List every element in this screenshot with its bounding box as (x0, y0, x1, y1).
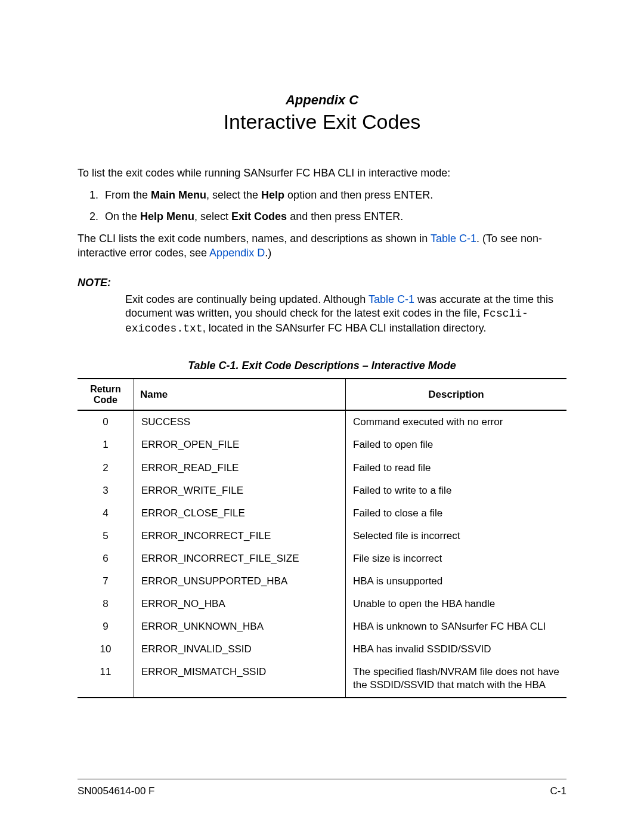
cell-code: 9 (78, 615, 134, 638)
table-row: 2ERROR_READ_FILEFailed to read file (78, 457, 566, 479)
step-2: On the Help Menu, select Exit Codes and … (101, 210, 566, 224)
cell-desc: HBA is unknown to SANsurfer FC HBA CLI (346, 615, 567, 638)
table-row: 9ERROR_UNKNOWN_HBAHBA is unknown to SANs… (78, 615, 566, 638)
footer-docnum: SN0054614-00 F (78, 785, 154, 797)
cell-name: ERROR_INVALID_SSID (134, 638, 346, 661)
cell-code: 1 (78, 433, 134, 456)
table-link[interactable]: Table C-1 (431, 233, 476, 244)
cell-name: ERROR_NO_HBA (134, 593, 346, 615)
note-heading: NOTE: (78, 277, 566, 289)
cell-desc: File size is incorrect (346, 547, 567, 570)
cell-code: 10 (78, 638, 134, 661)
note-body: Exit codes are continually being updated… (78, 293, 566, 336)
table-row: 5ERROR_INCORRECT_FILESelected file is in… (78, 525, 566, 547)
cell-desc: Selected file is incorrect (346, 525, 567, 547)
th-description: Description (346, 379, 567, 410)
cell-name: ERROR_INCORRECT_FILE (134, 525, 346, 547)
cell-name: ERROR_CLOSE_FILE (134, 502, 346, 525)
cell-name: ERROR_INCORRECT_FILE_SIZE (134, 547, 346, 570)
table-row: 8ERROR_NO_HBAUnable to open the HBA hand… (78, 593, 566, 615)
summary-paragraph: The CLI lists the exit code numbers, nam… (78, 232, 566, 260)
table-row: 10ERROR_INVALID_SSIDHBA has invalid SSDI… (78, 638, 566, 661)
exit-codes-table: Return Code Name Description 0SUCCESSCom… (78, 378, 566, 698)
table-body: 0SUCCESSCommand executed with no error1E… (78, 410, 566, 697)
note-table-link[interactable]: Table C-1 (369, 293, 414, 305)
cell-desc: HBA is unsupported (346, 570, 567, 593)
step-1: From the Main Menu, select the Help opti… (101, 188, 566, 202)
page: Appendix C Interactive Exit Codes To lis… (0, 0, 644, 833)
intro-paragraph: To list the exit codes while running SAN… (78, 166, 566, 180)
cell-code: 0 (78, 410, 134, 433)
cell-name: ERROR_UNSUPPORTED_HBA (134, 570, 346, 593)
table-row: 6ERROR_INCORRECT_FILE_SIZEFile size is i… (78, 547, 566, 570)
table-row: 7ERROR_UNSUPPORTED_HBAHBA is unsupported (78, 570, 566, 593)
cell-code: 8 (78, 593, 134, 615)
cell-name: ERROR_UNKNOWN_HBA (134, 615, 346, 638)
cell-code: 11 (78, 661, 134, 697)
table-row: 1ERROR_OPEN_FILEFailed to open file (78, 433, 566, 456)
cell-code: 2 (78, 457, 134, 479)
cell-desc: Failed to write to a file (346, 479, 567, 502)
table-row: 4ERROR_CLOSE_FILEFailed to close a file (78, 502, 566, 525)
appendix-d-link[interactable]: Appendix D (209, 247, 265, 259)
cell-code: 3 (78, 479, 134, 502)
table-caption: Table C-1. Exit Code Descriptions – Inte… (78, 360, 566, 372)
cell-code: 4 (78, 502, 134, 525)
cell-name: SUCCESS (134, 410, 346, 433)
page-footer: SN0054614-00 F C-1 (78, 779, 566, 797)
cell-desc: Failed to open file (346, 433, 567, 456)
footer-pagenum: C-1 (550, 785, 566, 797)
cell-name: ERROR_OPEN_FILE (134, 433, 346, 456)
cell-name: ERROR_WRITE_FILE (134, 479, 346, 502)
table-row: 3ERROR_WRITE_FILEFailed to write to a fi… (78, 479, 566, 502)
appendix-label: Appendix C (78, 92, 566, 108)
table-row: 0SUCCESSCommand executed with no error (78, 410, 566, 433)
th-return-code: Return Code (78, 379, 134, 410)
table-row: 11ERROR_MISMATCH_SSIDThe specified flash… (78, 661, 566, 697)
cell-code: 5 (78, 525, 134, 547)
cell-name: ERROR_READ_FILE (134, 457, 346, 479)
steps-list: From the Main Menu, select the Help opti… (78, 188, 566, 224)
cell-desc: Failed to read file (346, 457, 567, 479)
cell-desc: The specified flash/NVRAM file does not … (346, 661, 567, 697)
cell-code: 6 (78, 547, 134, 570)
cell-desc: Failed to close a file (346, 502, 567, 525)
cell-name: ERROR_MISMATCH_SSID (134, 661, 346, 697)
th-name: Name (134, 379, 346, 410)
page-title: Interactive Exit Codes (78, 110, 566, 134)
cell-code: 7 (78, 570, 134, 593)
cell-desc: Command executed with no error (346, 410, 567, 433)
cell-desc: HBA has invalid SSDID/SSVID (346, 638, 567, 661)
cell-desc: Unable to open the HBA handle (346, 593, 567, 615)
